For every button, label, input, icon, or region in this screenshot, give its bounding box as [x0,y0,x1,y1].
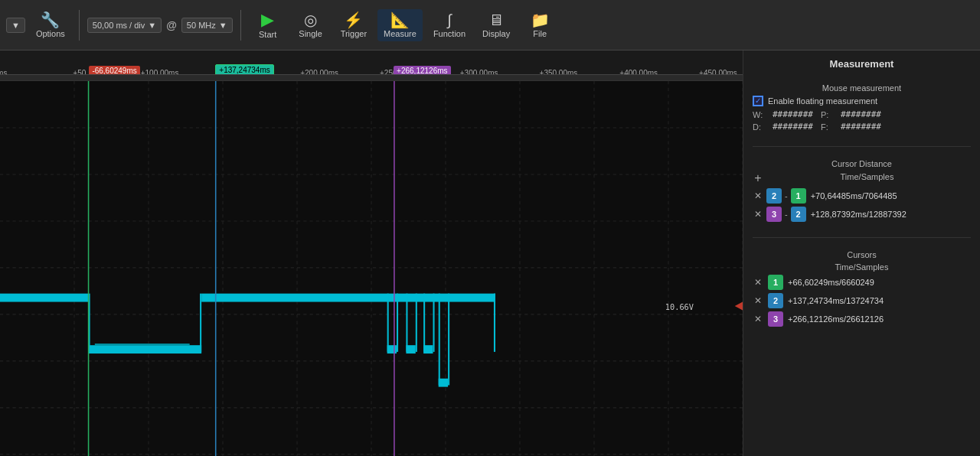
d-row: D: ######## [753,122,813,132]
at-symbol: @ [166,19,177,31]
cursor-dist-2-remove[interactable]: ✕ [753,209,763,220]
start-icon: ▶ [261,11,274,28]
mouse-measurement-section: Mouse measurement Enable floating measur… [753,83,971,134]
single-icon: ◎ [304,12,317,28]
f-label: F: [821,122,836,132]
enable-floating-label: Enable floating measurement [768,96,877,106]
f-row: F: ######## [821,122,881,132]
wrench-icon: 🔧 [41,12,60,28]
trigger-icon: ⚡ [344,12,363,28]
scope-canvas[interactable]: 10.66V [0,81,743,456]
cursor-2-row: ✕ 2 +137,24734ms/13724734 [753,293,971,308]
start-label: Start [259,30,276,39]
w-row: W: ######## [753,109,813,119]
cursors-subtitle: Time/Samples [753,262,971,272]
cursor-2-badge: 2 [768,293,783,308]
cursors-title: Cursors [753,250,971,259]
single-label: Single [299,29,322,38]
measurement-values: W: ######## D: ######## P: ######## F: [753,109,971,134]
enable-floating-checkbox[interactable] [753,96,763,106]
file-icon: 📁 [531,12,550,28]
cursor-1-row: ✕ 1 +66,60249ms/6660249 [753,275,971,290]
svg-rect-35 [439,379,448,387]
scope-area: 0ms +50 +100,00ms +150,00ms +200,00ms +2… [0,50,743,456]
cursor-2-value: +137,24734ms/13724734 [788,296,884,305]
svg-rect-36 [448,294,449,386]
cursor-distance-header: + Time/Samples [753,171,971,185]
svg-rect-33 [433,294,434,352]
cursor-dist-1-to: 1 [791,188,806,204]
divider-1 [79,10,80,41]
svg-rect-19 [0,294,89,302]
cursor-dist-1-remove[interactable]: ✕ [753,191,763,201]
cursor-1-value: +66,60249ms/6660249 [788,278,874,287]
d-value: ######## [773,122,813,132]
freq-dropdown[interactable]: 50 MHz ▼ [181,18,233,33]
svg-text:10.66V: 10.66V [665,302,694,311]
cursor-dist-1-from: 2 [766,188,782,204]
cursor-dist-2-from: 3 [766,207,782,222]
display-icon: 🖥 [488,12,504,28]
svg-rect-24 [201,294,495,302]
time-div-dropdown[interactable]: 50,00 ms / div ▼ [87,18,162,33]
left-dropdown[interactable]: ▼ [6,18,25,33]
left-dropdown-arrow: ▼ [11,21,20,30]
time-div-arrow: ▼ [148,21,156,30]
trigger-label: Trigger [341,29,367,38]
svg-rect-37 [494,294,495,352]
start-button[interactable]: ▶ Start [249,8,287,42]
svg-rect-25 [387,294,389,352]
cursor-dist-2-to: 2 [791,207,806,222]
svg-rect-22 [95,344,190,345]
svg-rect-34 [439,294,440,386]
d-label: D: [753,122,768,132]
svg-rect-23 [200,294,201,352]
cursor-3-remove[interactable]: ✕ [753,314,763,324]
svg-rect-30 [416,294,417,352]
divider-2 [240,10,241,41]
file-label: File [533,29,547,38]
f-value: ######## [841,122,881,132]
function-icon: ∫ [447,12,451,28]
cursor-distance-section: Cursor Distance + Time/Samples ✕ 2 - 1 +… [753,159,971,225]
cursor-distance-subtitle: Time/Samples [763,172,971,181]
cursor-distance-title: Cursor Distance [753,159,971,168]
measurement-panel: Measurement Mouse measurement Enable flo… [743,50,980,456]
display-button[interactable]: 🖥 Display [476,9,516,41]
function-button[interactable]: ∫ Function [427,9,472,41]
main-content: 0ms +50 +100,00ms +150,00ms +200,00ms +2… [0,50,980,456]
freq-arrow: ▼ [219,21,227,30]
cursor-3-badge: 3 [768,311,783,327]
svg-rect-28 [406,294,407,352]
svg-rect-29 [406,345,415,353]
svg-rect-31 [423,294,425,352]
trigger-button[interactable]: ⚡ Trigger [335,9,373,41]
timeline: 0ms +50 +100,00ms +150,00ms +200,00ms +2… [0,50,743,81]
cursor-2-remove[interactable]: ✕ [753,295,763,306]
measure-icon: 📐 [390,12,410,28]
cursor-dist-row-2: ✕ 3 - 2 +128,87392ms/12887392 [753,207,971,222]
single-button[interactable]: ◎ Single [292,9,330,41]
function-label: Function [433,29,466,38]
file-button[interactable]: 📁 File [521,9,559,41]
svg-rect-26 [387,345,397,353]
measure-label: Measure [384,29,416,38]
cursors-section: Cursors Time/Samples ✕ 1 +66,60249ms/666… [753,250,971,330]
cursor-dist-1-minus: - [785,191,788,200]
svg-rect-21 [89,345,202,353]
cursor-3-row: ✕ 3 +266,12126ms/26612126 [753,311,971,327]
add-cursor-dist-button[interactable]: + [753,171,763,185]
cursor-1-remove[interactable]: ✕ [753,277,763,288]
options-button[interactable]: 🔧 Options [30,9,71,41]
measure-button[interactable]: 📐 Measure [377,9,423,41]
scope-svg: 10.66V [0,81,743,456]
sep-2 [753,237,971,238]
cursor-dist-2-minus: - [785,210,788,219]
ruler-bar [0,74,743,80]
cursor-1-badge: 1 [768,275,783,290]
p-row: P: ######## [821,109,881,119]
cursor-3-value: +266,12126ms/26612126 [788,314,884,324]
cursor-dist-1-value: +70,64485ms/7064485 [811,191,897,200]
options-label: Options [36,29,65,38]
p-label: P: [821,110,836,119]
